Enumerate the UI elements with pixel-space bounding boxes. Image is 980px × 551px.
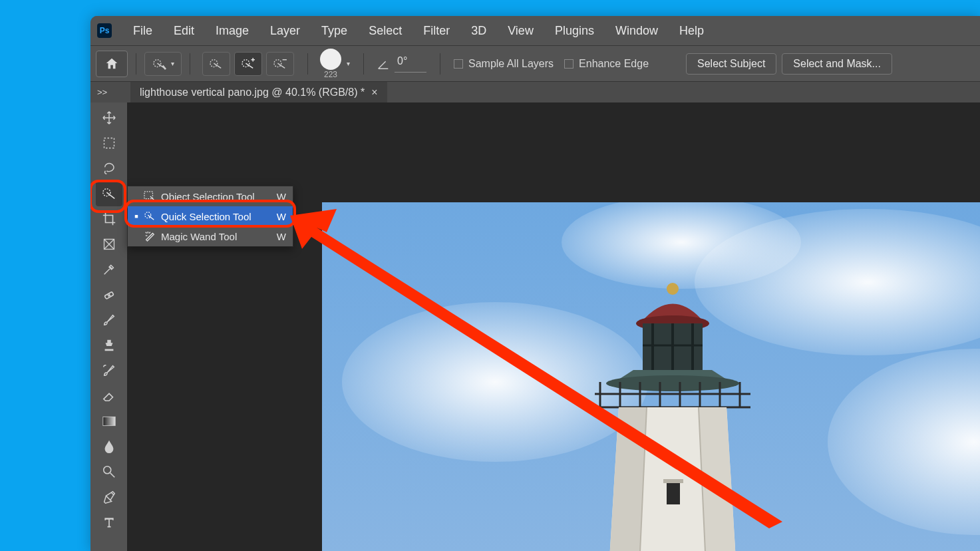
flyout-item-shortcut: W	[277, 211, 286, 222]
menu-layer[interactable]: Layer	[261, 21, 309, 41]
svg-point-0	[154, 59, 161, 67]
blur-tool[interactable]	[96, 434, 122, 459]
svg-point-2	[242, 59, 249, 67]
document-tab-title: lighthouse vertical pano.jpg @ 40.1% (RG…	[140, 87, 365, 98]
checkbox-icon	[564, 59, 573, 69]
quick-selection-icon	[209, 58, 224, 70]
quick-selection-icon	[102, 187, 116, 200]
separator	[307, 53, 308, 75]
enhance-edge-label: Enhance Edge	[579, 58, 649, 70]
pen-tool-icon	[102, 490, 116, 504]
crop-tool[interactable]	[96, 206, 122, 232]
document-tab[interactable]: lighthouse vertical pano.jpg @ 40.1% (RG…	[130, 82, 387, 102]
flyout-item-label: Quick Selection Tool	[161, 211, 251, 222]
svg-point-12	[342, 302, 648, 462]
type-tool[interactable]	[96, 510, 122, 535]
select-subject-button[interactable]: Select Subject	[686, 53, 776, 75]
selection-mode-group	[202, 52, 299, 76]
menu-3d[interactable]: 3D	[462, 21, 496, 41]
rectangular-marquee-icon	[102, 136, 116, 150]
app-logo: Ps	[97, 23, 112, 38]
sample-all-layers-option[interactable]: Sample All Layers	[454, 58, 554, 70]
new-selection-button[interactable]	[202, 52, 230, 76]
app-window: Ps File Edit Image Layer Type Select Fil…	[90, 16, 980, 551]
brush-preset-picker[interactable]: 223 ▾	[320, 49, 355, 79]
healing-tool[interactable]	[96, 282, 122, 307]
lasso-tool[interactable]	[96, 156, 122, 181]
object-selection-icon	[144, 191, 156, 202]
menu-edit[interactable]: Edit	[164, 21, 204, 41]
dodge-tool-icon	[102, 464, 116, 479]
quick-selection-icon	[144, 211, 156, 222]
options-bar: ▾ 223 ▾ 0°	[90, 45, 980, 81]
brush-preview-icon	[320, 49, 341, 70]
history-brush-icon	[102, 363, 116, 378]
marquee-tool[interactable]	[96, 130, 122, 156]
separator	[190, 53, 190, 75]
pen-tool[interactable]	[96, 484, 122, 510]
brush-tool[interactable]	[96, 307, 122, 333]
eraser-tool[interactable]	[96, 383, 122, 409]
eyedropper-tool[interactable]	[96, 257, 122, 282]
menu-image[interactable]: Image	[206, 21, 258, 41]
menu-file[interactable]: File	[124, 21, 162, 41]
angle-value[interactable]: 0°	[395, 55, 426, 73]
svg-point-1	[210, 59, 218, 67]
sample-all-layers-label: Sample All Layers	[468, 58, 554, 70]
brush-tool-icon	[102, 313, 116, 327]
menu-window[interactable]: Window	[606, 21, 667, 41]
home-button[interactable]	[96, 51, 128, 77]
spot-healing-icon	[102, 287, 116, 302]
add-to-selection-button[interactable]	[234, 52, 262, 76]
subtract-from-selection-button[interactable]	[266, 52, 294, 76]
chevron-down-icon: ▾	[171, 60, 174, 67]
quick-selection-preset[interactable]: ▾	[144, 52, 182, 76]
chevron-down-icon: ▾	[347, 60, 350, 67]
separator	[363, 53, 364, 75]
clone-stamp-icon	[102, 338, 116, 353]
select-and-mask-button[interactable]: Select and Mask...	[782, 53, 892, 75]
menu-select[interactable]: Select	[359, 21, 411, 41]
type-tool-icon	[102, 516, 116, 529]
flyout-item-quick-selection[interactable]: ■ Quick Selection Tool W	[128, 206, 293, 226]
work-area: Object Selection Tool W ■ Quick Selectio…	[90, 102, 980, 551]
quick-selection-tool[interactable]	[96, 181, 122, 206]
brush-size-value: 223	[324, 70, 337, 79]
menu-view[interactable]: View	[498, 21, 543, 41]
brush-angle-control[interactable]: 0°	[376, 55, 432, 73]
panel-collapse-button[interactable]: >>	[90, 82, 130, 102]
flyout-item-shortcut: W	[277, 231, 286, 242]
gradient-tool-icon	[102, 416, 116, 427]
blur-tool-icon	[103, 439, 115, 454]
toolbox	[90, 102, 127, 551]
close-icon[interactable]: ×	[371, 87, 377, 98]
angle-icon	[376, 57, 391, 71]
separator	[440, 53, 440, 75]
svg-rect-35	[667, 482, 680, 504]
canvas[interactable]	[127, 102, 980, 551]
enhance-edge-option[interactable]: Enhance Edge	[564, 58, 649, 70]
dodge-tool[interactable]	[96, 459, 122, 484]
document-image	[322, 202, 980, 551]
menu-bar: Ps File Edit Image Layer Type Select Fil…	[90, 16, 980, 45]
current-tool-indicator: ■	[133, 213, 140, 220]
menu-help[interactable]: Help	[670, 21, 713, 41]
menu-filter[interactable]: Filter	[414, 21, 459, 41]
flyout-item-shortcut: W	[277, 191, 286, 202]
quick-selection-icon	[152, 58, 167, 70]
flyout-item-object-selection[interactable]: Object Selection Tool W	[128, 186, 293, 206]
quick-selection-minus-icon	[273, 58, 287, 70]
flyout-item-label: Magic Wand Tool	[161, 231, 237, 242]
history-brush-tool[interactable]	[96, 358, 122, 383]
menu-type[interactable]: Type	[312, 21, 357, 41]
svg-rect-8	[102, 417, 114, 425]
move-tool[interactable]	[96, 105, 122, 130]
lasso-tool-icon	[102, 161, 116, 176]
frame-tool-icon	[102, 238, 116, 251]
flyout-item-magic-wand[interactable]: Magic Wand Tool W	[128, 226, 293, 246]
gradient-tool[interactable]	[96, 409, 122, 434]
stamp-tool[interactable]	[96, 333, 122, 358]
frame-tool[interactable]	[96, 232, 122, 257]
menu-plugins[interactable]: Plugins	[546, 21, 603, 41]
flyout-item-label: Object Selection Tool	[161, 191, 255, 202]
